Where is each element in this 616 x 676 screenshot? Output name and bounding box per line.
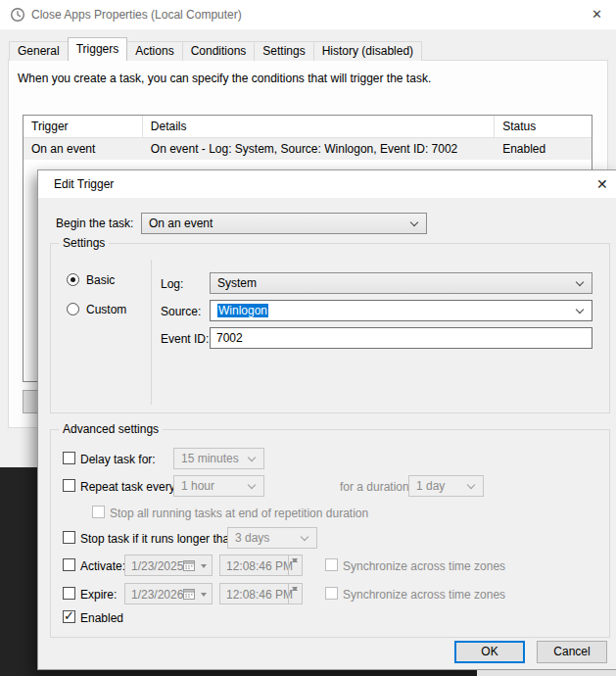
activate-sync-label: Synchronize across time zones [343, 559, 505, 573]
column-header-details[interactable]: Details [143, 116, 495, 137]
delay-task-value: 15 minutes [181, 452, 239, 466]
clock-icon [10, 7, 25, 23]
stop-task-dropdown: 3 days [227, 527, 317, 549]
dropdown-arrow-icon [201, 564, 207, 568]
cell-status: Enabled [495, 138, 592, 160]
repeat-task-label: Repeat task every: [80, 480, 178, 494]
basic-radio-label: Basic [86, 273, 115, 287]
checkmark-icon: ✓ [64, 608, 74, 623]
basic-radio[interactable] [67, 273, 79, 286]
calendar-icon [183, 559, 195, 571]
log-dropdown[interactable]: System [210, 272, 592, 294]
chevron-down-icon [410, 218, 418, 226]
screen-backdrop: Close Apps Properties (Local Computer) ✕… [0, 0, 616, 676]
stop-all-tasks-checkbox [92, 506, 105, 518]
table-row[interactable]: On an event On event - Log: System, Sour… [24, 138, 592, 160]
cell-details: On event - Log: System, Source: Winlogon… [143, 138, 495, 160]
duration-value: 1 day [416, 479, 445, 494]
stop-all-tasks-label: Stop all running tasks at end of repetit… [110, 507, 368, 520]
advanced-settings-legend: Advanced settings [59, 422, 163, 437]
tab-description: When you create a task, you can specify … [18, 72, 431, 85]
edit-trigger-dialog: Edit Trigger ✕ Begin the task: On an eve… [37, 169, 616, 670]
stop-task-value: 3 days [235, 531, 269, 546]
repeat-task-dropdown: 1 hour [173, 475, 264, 497]
chevron-down-icon [576, 306, 584, 314]
delay-task-label: Delay task for: [80, 453, 156, 466]
time-spinner-buttons [288, 584, 302, 604]
settings-group: Settings Basic Custom Log: System Source… [50, 243, 610, 413]
activate-time-value: 12:08:46 PM [226, 559, 293, 573]
expire-date-value: 1/23/2026 [131, 588, 183, 602]
log-label: Log: [161, 277, 183, 291]
tab-strip: General Triggers Actions Conditions Sett… [9, 39, 421, 61]
chevron-down-icon [248, 481, 256, 489]
activate-sync-checkbox [325, 558, 338, 571]
chevron-down-icon [467, 481, 475, 489]
activate-date-picker: 1/23/2025 [124, 555, 213, 576]
column-header-trigger[interactable]: Trigger [24, 116, 143, 137]
triggers-list-header: Trigger Details Status [24, 116, 592, 138]
tab-history[interactable]: History (disabled) [313, 41, 422, 61]
dropdown-arrow-icon [201, 593, 207, 597]
time-spinner-buttons [288, 555, 302, 575]
settings-legend: Settings [59, 236, 109, 251]
close-icon[interactable]: ✕ [596, 176, 608, 192]
event-id-input[interactable] [210, 327, 592, 349]
arrow-down-icon [292, 587, 298, 591]
dialog-titlebar: Edit Trigger ✕ [38, 170, 616, 198]
custom-radio-label: Custom [86, 303, 126, 316]
delay-task-dropdown: 15 minutes [173, 448, 264, 469]
chevron-down-icon [301, 533, 308, 541]
stop-task-checkbox[interactable] [63, 531, 75, 544]
dialog-title: Edit Trigger [54, 177, 114, 191]
window-title: Close Apps Properties (Local Computer) [31, 8, 242, 22]
tab-settings[interactable]: Settings [254, 41, 313, 61]
begin-task-value: On an event [149, 217, 213, 231]
radio-dot [71, 277, 75, 282]
expire-sync-checkbox [325, 587, 338, 600]
expire-time-value: 12:08:46 PM [226, 588, 293, 602]
activate-date-value: 1/23/2025 [131, 559, 183, 573]
source-combobox[interactable]: Winlogon [210, 300, 592, 321]
tab-conditions[interactable]: Conditions [182, 41, 256, 61]
enabled-label: Enabled [80, 611, 123, 625]
activate-checkbox[interactable] [63, 558, 75, 571]
source-value-selected: Winlogon [217, 304, 268, 317]
column-header-status[interactable]: Status [495, 116, 592, 137]
activate-time-spinner: 12:08:46 PM [219, 555, 303, 576]
calendar-icon [183, 588, 195, 600]
background-window-edge [477, 670, 616, 676]
ok-button[interactable]: OK [454, 641, 525, 663]
tab-general[interactable]: General [9, 41, 69, 61]
duration-dropdown: 1 day [408, 475, 484, 497]
activate-label: Activate: [80, 559, 125, 573]
log-value: System [217, 276, 257, 291]
expire-sync-label: Synchronize across time zones [343, 588, 505, 602]
expire-time-spinner: 12:08:46 PM [219, 583, 303, 604]
stop-task-label: Stop task if it runs longer than: [80, 532, 239, 546]
expire-checkbox[interactable] [63, 587, 75, 600]
tab-actions[interactable]: Actions [126, 41, 182, 61]
close-icon[interactable]: ✕ [592, 7, 602, 22]
expire-label: Expire: [80, 588, 117, 602]
event-id-label: Event ID: [161, 332, 209, 346]
delay-task-checkbox[interactable] [63, 452, 75, 464]
source-label: Source: [161, 305, 201, 318]
repeat-task-checkbox[interactable] [63, 479, 75, 492]
cancel-button[interactable]: Cancel [537, 641, 607, 663]
cell-trigger: On an event [24, 138, 143, 160]
enabled-checkbox[interactable]: ✓ [63, 610, 75, 623]
repeat-task-value: 1 hour [181, 479, 214, 494]
tab-triggers[interactable]: Triggers [68, 37, 128, 61]
chevron-down-icon [248, 454, 256, 461]
begin-task-label: Begin the task: [56, 217, 133, 230]
settings-divider [151, 260, 152, 405]
window-titlebar: Close Apps Properties (Local Computer) ✕ [0, 0, 616, 29]
begin-task-dropdown[interactable]: On an event [141, 213, 427, 234]
advanced-settings-group: Advanced settings Delay task for: 15 min… [50, 429, 610, 638]
custom-radio[interactable] [67, 303, 79, 315]
arrow-down-icon [292, 558, 298, 562]
expire-date-picker: 1/23/2026 [124, 583, 213, 604]
chevron-down-icon [576, 278, 584, 286]
